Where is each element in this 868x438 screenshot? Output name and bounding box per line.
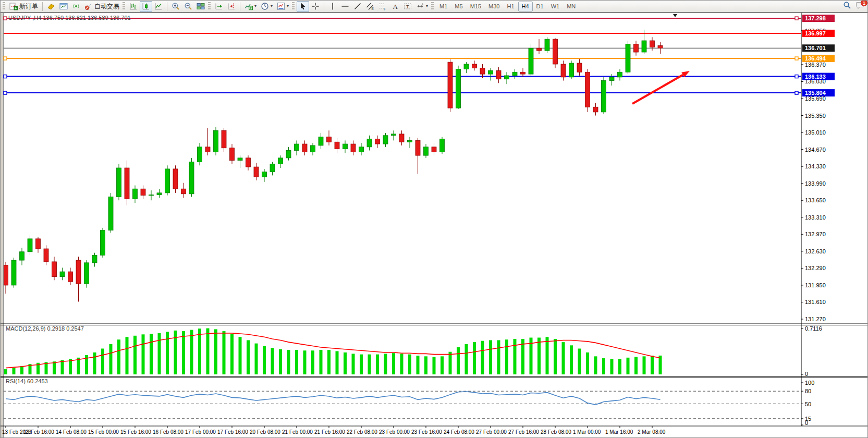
- autotrading-button[interactable]: 自动交易: [82, 1, 121, 12]
- timeframe-button-m15[interactable]: M15: [467, 2, 485, 11]
- periods-button[interactable]: ▾: [259, 1, 275, 12]
- search-icon[interactable]: [843, 1, 851, 11]
- price-badge-label: 136.701: [805, 45, 826, 51]
- macd-bar: [4, 369, 7, 374]
- candle-body: [650, 41, 655, 47]
- candle-body: [181, 189, 186, 194]
- candle-body: [585, 72, 590, 107]
- timeframe-button-d1[interactable]: D1: [533, 2, 547, 11]
- arrows-button[interactable]: ▾: [414, 1, 430, 12]
- macd-bar: [594, 356, 597, 374]
- candle-body: [335, 142, 339, 149]
- line-handle[interactable]: [4, 75, 7, 78]
- time-axis-label: 1 Mar 00:00: [573, 429, 601, 435]
- macd-bar: [610, 359, 614, 374]
- line-chart-button[interactable]: [152, 1, 165, 12]
- timeframe-button-mn[interactable]: MN: [563, 2, 579, 11]
- svg-text:A: A: [393, 3, 398, 10]
- time-axis-label: 23 Feb 00:00: [379, 429, 410, 435]
- zoom-out-button[interactable]: [182, 1, 194, 12]
- candle-body: [311, 145, 315, 152]
- timeframe-button-w1[interactable]: W1: [547, 2, 564, 11]
- tile-windows-icon: [197, 2, 205, 10]
- macd-bar: [182, 331, 185, 374]
- crosshair-icon: [311, 2, 320, 10]
- candle-chart-button[interactable]: [140, 1, 152, 12]
- candle-body: [343, 144, 348, 149]
- fibo-icon: F: [378, 2, 387, 10]
- timeframe-button-m30[interactable]: M30: [485, 2, 503, 11]
- candle-body: [561, 64, 566, 77]
- vertical-line-button[interactable]: [326, 1, 339, 12]
- charts-window-button[interactable]: [57, 1, 70, 12]
- macd-bar: [61, 360, 64, 374]
- candle-body: [230, 148, 235, 161]
- chart-shift-button[interactable]: [225, 1, 238, 12]
- macd-bar: [303, 350, 307, 374]
- profiles-button[interactable]: [45, 1, 57, 12]
- timeframe-button-h4[interactable]: H4: [518, 2, 533, 11]
- chat-button[interactable]: 1: [855, 1, 864, 11]
- price-tick-label: 132.290: [805, 265, 826, 271]
- line-handle[interactable]: [4, 57, 7, 60]
- chevron-down-icon: ▾: [271, 4, 273, 8]
- macd-bar: [247, 340, 250, 374]
- line-handle[interactable]: [795, 75, 798, 78]
- fibonacci-button[interactable]: F: [376, 1, 389, 12]
- time-axis-label: 14 Feb 08:00: [56, 429, 87, 435]
- macd-bar: [586, 352, 589, 374]
- candle-body: [214, 130, 218, 152]
- line-handle[interactable]: [795, 91, 798, 94]
- trendline-button[interactable]: [351, 1, 364, 12]
- chart-canvas[interactable]: 137.050136.370136.030135.690135.350135.0…: [1, 13, 868, 438]
- charts-window-icon: [59, 2, 68, 10]
- tile-windows-button[interactable]: [194, 1, 207, 12]
- new-order-button[interactable]: 新订单: [7, 1, 40, 12]
- crosshair-button[interactable]: [309, 1, 322, 12]
- chart-area[interactable]: 137.050136.370136.030135.690135.350135.0…: [1, 13, 868, 438]
- candle-body: [415, 140, 420, 155]
- candle-body: [286, 151, 291, 158]
- rsi-axis-label: 80: [805, 388, 811, 394]
- timeframe-button-m1[interactable]: M1: [436, 2, 451, 11]
- time-axis-label: 20 Feb 08:00: [250, 429, 280, 435]
- auto-scroll-button[interactable]: [213, 1, 225, 12]
- candle-body: [108, 197, 113, 230]
- line-handle[interactable]: [4, 91, 7, 94]
- candle-body: [618, 72, 622, 77]
- candle-body: [432, 147, 436, 152]
- macd-bar: [20, 366, 23, 374]
- templates-button[interactable]: ▾: [275, 1, 291, 12]
- rsi-axis-label: 0: [805, 420, 808, 426]
- timeframe-button-h1[interactable]: H1: [503, 2, 518, 11]
- market-signal-button[interactable]: [70, 1, 82, 12]
- cursor-button[interactable]: [297, 1, 309, 12]
- text-label-button[interactable]: T: [401, 1, 414, 12]
- indicators-button[interactable]: ▾: [242, 1, 259, 12]
- channel-button[interactable]: E: [364, 1, 376, 12]
- candle-body: [642, 41, 646, 52]
- candle-body: [496, 70, 501, 79]
- text-button[interactable]: A: [389, 1, 401, 12]
- macd-bar: [384, 354, 387, 374]
- macd-bar: [344, 352, 347, 374]
- cursor-icon: [299, 2, 307, 10]
- zoom-in-icon: [172, 2, 180, 10]
- zoom-in-button[interactable]: [169, 1, 182, 12]
- candle-body: [165, 169, 170, 193]
- price-tick-label: 135.350: [805, 113, 826, 119]
- bar-chart-button[interactable]: [127, 1, 140, 12]
- macd-bar: [198, 328, 201, 374]
- timeframe-button-m5[interactable]: M5: [451, 2, 466, 11]
- line-handle[interactable]: [795, 57, 798, 60]
- macd-zero-label: 0: [805, 371, 808, 377]
- candle-body: [68, 272, 73, 282]
- candle-body: [464, 64, 469, 69]
- horizontal-line-button[interactable]: [339, 1, 351, 12]
- line-handle[interactable]: [4, 17, 7, 20]
- macd-bar: [133, 336, 137, 374]
- line-handle[interactable]: [795, 17, 798, 20]
- candle-body: [76, 260, 81, 284]
- bar-chart-icon: [129, 2, 138, 10]
- macd-bar: [457, 347, 460, 374]
